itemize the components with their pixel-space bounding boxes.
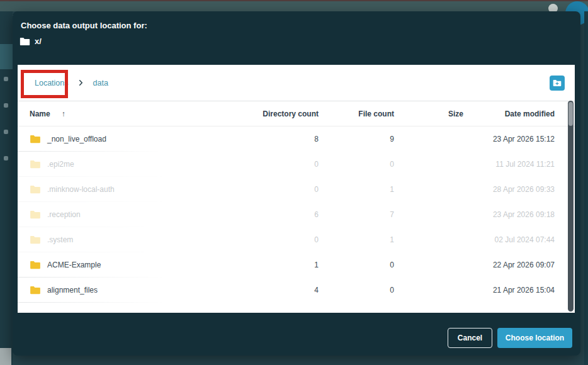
folder-name: _non_live_offload — [47, 135, 106, 143]
sidebar-icon — [4, 156, 8, 160]
folder-icon — [30, 160, 41, 169]
file-count-value: 7 — [319, 210, 394, 219]
folder-icon — [20, 37, 30, 46]
folder-icon — [30, 135, 41, 143]
folder-icon — [30, 286, 41, 295]
date-modified-value: 21 Apr 2026 15:04 — [463, 286, 555, 295]
sidebar-icon — [4, 130, 8, 134]
sidebar-icon — [4, 103, 8, 108]
choose-location-dialog: Choose data output location for: x/ Loca… — [13, 11, 580, 356]
directory-count-value: 0 — [237, 235, 319, 244]
column-header-date-modified[interactable]: Date modified — [463, 110, 555, 118]
target-path: x/ — [20, 36, 42, 46]
app-sidebar — [0, 11, 13, 365]
folder-name: .system — [47, 235, 73, 244]
chevron-right-icon — [77, 79, 84, 86]
directory-count-value: 0 — [237, 185, 319, 194]
dialog-footer: Cancel Choose location — [448, 328, 572, 348]
folder-name: .minknow-local-auth — [47, 185, 115, 194]
file-browser-panel: Locations data Name ↑ Directory coun — [18, 65, 575, 313]
directory-count-value: 1 — [237, 261, 319, 269]
folder-icon — [30, 185, 41, 194]
column-header-name[interactable]: Name ↑ — [30, 110, 237, 118]
folder-icon — [30, 235, 41, 244]
folder-icon — [30, 261, 41, 269]
folder-list: _non_live_offload 8 9 23 Apr 2026 15:12 … — [18, 126, 575, 303]
new-folder-icon — [553, 79, 562, 87]
directory-count-value: 8 — [237, 135, 319, 143]
breadcrumb: Locations data — [18, 65, 575, 101]
file-count-value: 0 — [319, 261, 394, 269]
directory-count-value: 6 — [237, 210, 319, 219]
table-row[interactable]: alignment_files 4 0 21 Apr 2026 15:04 — [18, 278, 575, 303]
table-row[interactable]: ACME-Example 1 0 22 Apr 2026 09:07 — [18, 252, 575, 278]
file-count-value: 1 — [319, 235, 394, 244]
folder-name: alignment_files — [47, 286, 98, 295]
cancel-button[interactable]: Cancel — [448, 328, 492, 348]
file-count-value: 0 — [319, 160, 394, 169]
folder-name: .epi2me — [47, 160, 74, 169]
directory-count-value: 0 — [237, 160, 319, 169]
file-count-value: 1 — [319, 185, 394, 194]
scrollbar[interactable] — [568, 101, 574, 312]
folder-icon — [30, 210, 41, 219]
sidebar-icon — [4, 77, 8, 81]
scrollbar-thumb[interactable] — [568, 102, 573, 126]
folder-name: ACME-Example — [47, 261, 101, 269]
table-row[interactable]: _non_live_offload 8 9 23 Apr 2026 15:12 — [18, 126, 575, 152]
dialog-title: Choose data output location for: — [21, 21, 147, 30]
table-row[interactable]: .system 0 1 02 Jul 2024 07:44 — [18, 227, 575, 252]
sort-ascending-icon: ↑ — [62, 110, 65, 118]
date-modified-value: 23 Apr 2026 15:12 — [463, 135, 555, 143]
date-modified-value: 23 Apr 2026 09:18 — [463, 210, 555, 219]
app-right-edge — [584, 11, 588, 365]
table-row[interactable]: .epi2me 0 0 11 Jul 2024 11:21 — [18, 152, 575, 177]
app-bottom-left-widget — [0, 348, 11, 365]
app-background: Choose data output location for: x/ Loca… — [0, 0, 588, 365]
column-header-file-count[interactable]: File count — [319, 110, 394, 118]
date-modified-value: 22 Apr 2026 09:07 — [463, 261, 555, 269]
choose-location-button[interactable]: Choose location — [497, 328, 572, 348]
column-header-name-label: Name — [30, 110, 50, 118]
target-path-label: x/ — [35, 36, 42, 46]
date-modified-value: 11 Jul 2024 11:21 — [463, 160, 555, 169]
table-row[interactable]: .minknow-local-auth 0 1 28 Apr 2026 09:3… — [18, 177, 575, 202]
sidebar-active-item — [0, 44, 13, 69]
date-modified-value: 02 Jul 2024 07:44 — [463, 235, 555, 244]
folder-name: .reception — [47, 210, 81, 219]
breadcrumb-item-data[interactable]: data — [93, 79, 108, 87]
new-folder-button[interactable] — [550, 76, 565, 91]
app-top-bar — [0, 0, 588, 11]
breadcrumb-item-locations[interactable]: Locations — [35, 79, 69, 87]
column-header-size[interactable]: Size — [394, 110, 463, 118]
column-header-directory-count[interactable]: Directory count — [237, 110, 319, 118]
directory-count-value: 4 — [237, 286, 319, 295]
table-row[interactable]: .reception 6 7 23 Apr 2026 09:18 — [18, 202, 575, 227]
date-modified-value: 28 Apr 2026 09:33 — [463, 185, 555, 194]
file-count-value: 0 — [319, 286, 394, 295]
file-count-value: 9 — [319, 135, 394, 143]
table-header: Name ↑ Directory count File count Size D… — [18, 101, 575, 126]
